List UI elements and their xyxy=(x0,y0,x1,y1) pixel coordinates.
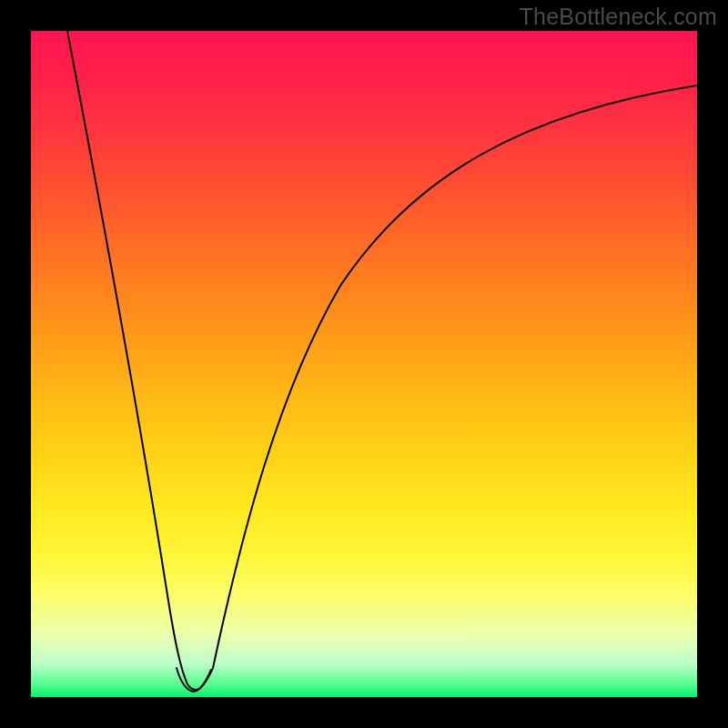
plot-area xyxy=(31,31,697,697)
bottleneck-curve xyxy=(31,31,697,697)
chart-frame: TheBottleneck.com xyxy=(0,0,728,728)
valley-highlight xyxy=(177,668,211,692)
curve-left-branch xyxy=(67,31,187,684)
curve-valley xyxy=(187,668,213,690)
curve-right-branch xyxy=(213,86,697,668)
watermark-text: TheBottleneck.com xyxy=(520,4,717,30)
